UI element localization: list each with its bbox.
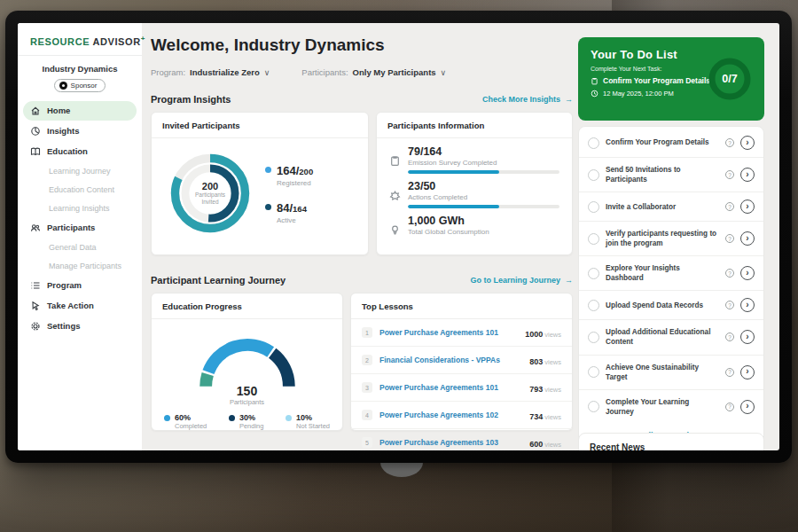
lesson-link[interactable]: Financial Considerations - VPPAs xyxy=(379,356,522,364)
lesson-rank: 2 xyxy=(362,355,372,365)
todo-next-task-label: Confirm Your Program Details xyxy=(603,76,710,85)
sidebar-item-take-action[interactable]: Take Action xyxy=(23,296,137,316)
education-body: 150 Participants 60% Completed xyxy=(152,319,342,430)
section-title-learning-journey: Participant Learning Journey xyxy=(151,275,286,286)
info-icon[interactable]: ? xyxy=(725,368,734,377)
checkbox-icon[interactable] xyxy=(588,300,599,311)
task-row[interactable]: Explore Your Insights Dashboard ? › xyxy=(579,256,763,291)
consumption-label: Total Global Consumption xyxy=(408,228,559,236)
sidebar-item-manage-participants[interactable]: Manage Participants xyxy=(23,257,137,275)
info-icon[interactable]: ? xyxy=(725,170,734,179)
checkbox-icon[interactable] xyxy=(588,233,599,245)
info-icon[interactable]: ? xyxy=(725,234,734,243)
todo-due-label: 12 May 2025, 12:00 PM xyxy=(603,90,674,98)
card-title: Education Progress xyxy=(152,293,342,319)
sidebar-item-education[interactable]: Education xyxy=(23,142,137,161)
chevron-right-button[interactable]: › xyxy=(740,168,755,182)
sidebar-item-program[interactable]: Program xyxy=(23,276,137,295)
task-row[interactable]: Send 50 Invitations to Participants ? › xyxy=(579,158,763,192)
sidebar-item-learning-journey[interactable]: Learning Journey xyxy=(23,162,137,180)
task-row[interactable]: Achieve One Sustainability Target ? › xyxy=(579,356,763,390)
sidebar-item-participants[interactable]: Participants xyxy=(23,218,137,238)
program-select[interactable]: Program: Industrialize Zero ∨ xyxy=(151,67,270,77)
lesson-row[interactable]: 4 Power Purchase Agreements 102 734views xyxy=(351,402,572,429)
task-label: Invite a Collaborator xyxy=(606,202,719,212)
lesson-views: 1000 xyxy=(525,330,543,339)
dashboard-screen: RESOURCE ADVISOR+ Industry Dynamics Spon… xyxy=(18,23,779,450)
chevron-right-button[interactable]: › xyxy=(740,266,755,280)
chevron-right-button[interactable]: › xyxy=(740,298,755,312)
checkbox-icon[interactable] xyxy=(588,268,599,279)
participants-select[interactable]: Participants: Only My Participants ∨ xyxy=(301,67,446,77)
task-row[interactable]: Verify participants requesting to join t… xyxy=(579,222,763,256)
book-icon xyxy=(30,146,41,157)
task-row[interactable]: Upload Spend Data Records ? › xyxy=(579,291,763,320)
checkbox-icon[interactable] xyxy=(588,366,599,378)
task-row[interactable]: Confirm Your Program Details ? › xyxy=(579,129,763,158)
completed-label: Completed xyxy=(175,422,207,430)
gauge-center-value: 150 xyxy=(191,384,304,398)
info-icon[interactable]: ? xyxy=(725,202,734,211)
lesson-link[interactable]: Power Purchase Agreements 102 xyxy=(379,411,522,419)
info-body: 79/164 Emission Survey Completed 23/50 A… xyxy=(377,138,572,253)
sidebar-item-learning-insights[interactable]: Learning Insights xyxy=(23,200,137,217)
todo-task-list: Confirm Your Program Details ? › Send 50… xyxy=(578,126,764,449)
sidebar-item-label: General Data xyxy=(49,243,97,252)
lesson-row[interactable]: 5 Power Purchase Agreements 103 600views xyxy=(351,429,572,450)
chevron-right-button[interactable]: › xyxy=(740,330,755,344)
task-label: Verify participants requesting to join t… xyxy=(606,229,719,248)
checkbox-icon[interactable] xyxy=(588,332,599,343)
lightbulb-icon xyxy=(389,223,401,235)
chevron-right-button[interactable]: › xyxy=(740,200,755,214)
list-icon xyxy=(30,280,41,291)
clipboard-icon xyxy=(389,154,401,166)
lesson-row[interactable]: 3 Power Purchase Agreements 101 793views xyxy=(351,374,572,402)
chevron-right-button[interactable]: › xyxy=(740,400,755,414)
sponsor-badge-icon xyxy=(59,82,67,90)
checkbox-icon[interactable] xyxy=(588,401,599,412)
monitor-bezel: RESOURCE ADVISOR+ Industry Dynamics Spon… xyxy=(5,11,792,463)
gauge-center: 150 Participants xyxy=(191,384,304,406)
section-title-program-insights: Program Insights xyxy=(151,94,231,105)
pending-pct: 30% xyxy=(239,413,264,422)
info-icon[interactable]: ? xyxy=(725,332,734,341)
checkbox-icon[interactable] xyxy=(588,201,599,213)
lesson-row[interactable]: 1 Power Purchase Agreements 101 1000view… xyxy=(351,319,572,347)
logo-advisor: ADVISOR xyxy=(92,36,140,47)
lesson-rank: 4 xyxy=(362,410,372,420)
program-insights-header: Program Insights Check More Insights → xyxy=(151,94,573,105)
check-more-insights-link[interactable]: Check More Insights → xyxy=(482,95,573,104)
lesson-link[interactable]: Power Purchase Agreements 103 xyxy=(379,438,522,447)
chevron-right-button[interactable]: › xyxy=(740,365,755,379)
checkbox-icon[interactable] xyxy=(588,169,599,181)
lesson-row[interactable]: 2 Financial Considerations - VPPAs 803vi… xyxy=(351,347,572,374)
task-row[interactable]: Invite a Collaborator ? › xyxy=(579,192,763,222)
take-action-icon xyxy=(30,301,41,311)
pie-chart-icon xyxy=(30,126,41,137)
chevron-right-button[interactable]: › xyxy=(740,231,755,246)
info-icon[interactable]: ? xyxy=(725,301,734,309)
sidebar-item-home[interactable]: Home xyxy=(23,101,137,121)
sidebar-item-label: Settings xyxy=(47,321,80,331)
chevron-right-button[interactable]: › xyxy=(740,136,755,150)
sidebar-item-general-data[interactable]: General Data xyxy=(23,239,137,256)
sidebar-item-settings[interactable]: Settings xyxy=(23,317,137,336)
info-icon[interactable]: ? xyxy=(725,269,734,278)
go-to-learning-journey-link[interactable]: Go to Learning Journey → xyxy=(470,276,573,285)
info-icon[interactable]: ? xyxy=(725,138,734,147)
card-title: Invited Participants xyxy=(152,113,368,138)
sidebar-item-label: Insights xyxy=(47,126,79,136)
task-row[interactable]: Complete Your Learning Journey ? › xyxy=(579,390,763,424)
lesson-link[interactable]: Power Purchase Agreements 101 xyxy=(379,328,518,337)
lesson-link[interactable]: Power Purchase Agreements 101 xyxy=(379,383,522,392)
todo-progress-count: 0/7 xyxy=(707,56,753,102)
sidebar-item-label: Education xyxy=(47,146,88,156)
task-row[interactable]: Upload Additional Educational Content ? … xyxy=(579,320,763,355)
sidebar-item-education-content[interactable]: Education Content xyxy=(23,181,137,199)
participants-value: Only My Participants xyxy=(353,67,436,77)
sidebar-item-insights[interactable]: Insights xyxy=(23,121,137,141)
checkbox-icon[interactable] xyxy=(588,137,599,149)
program-value: Industrialize Zero xyxy=(190,67,260,77)
legend-dot xyxy=(286,415,292,421)
info-icon[interactable]: ? xyxy=(725,403,734,411)
